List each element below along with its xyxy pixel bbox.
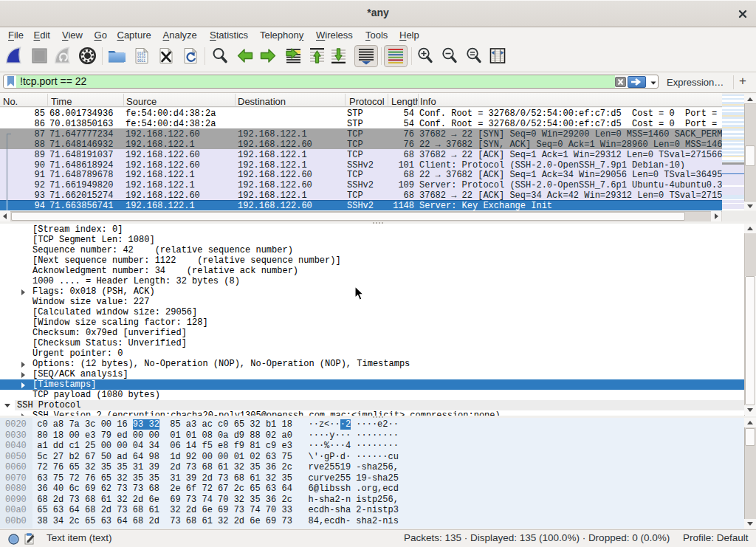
svg-text:0011: 0011 [137, 59, 145, 63]
